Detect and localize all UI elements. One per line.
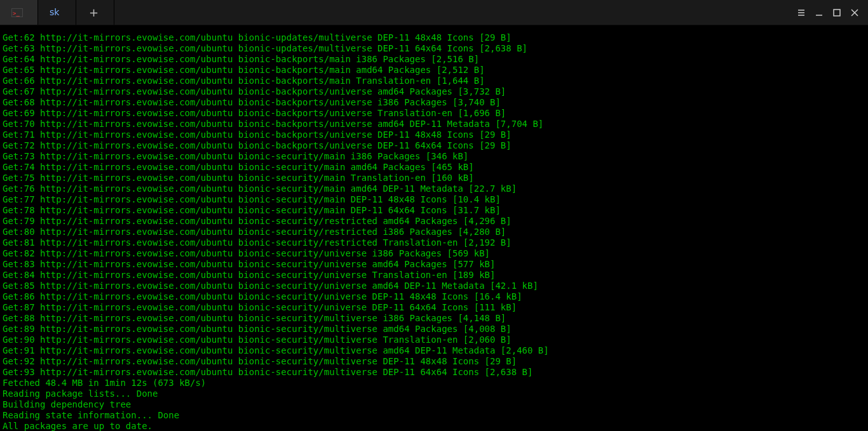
maximize-icon[interactable] (832, 8, 841, 17)
terminal-line: Get:69 http://it-mirrors.evowise.com/ubu… (3, 108, 865, 119)
terminal-line: Get:87 http://it-mirrors.evowise.com/ubu… (3, 302, 865, 313)
svg-rect-4 (834, 10, 840, 16)
terminal-summary-line: All packages are up to date. (3, 421, 865, 431)
terminal-line: Get:81 http://it-mirrors.evowise.com/ubu… (3, 237, 865, 248)
terminal-line: Get:68 http://it-mirrors.evowise.com/ubu… (3, 97, 865, 108)
terminal-line: Get:62 http://it-mirrors.evowise.com/ubu… (3, 32, 865, 43)
terminal-line: Get:91 http://it-mirrors.evowise.com/ubu… (3, 345, 865, 356)
titlebar: sk + (0, 0, 868, 25)
terminal-line: Get:71 http://it-mirrors.evowise.com/ubu… (3, 129, 865, 140)
terminal-line: Get:64 http://it-mirrors.evowise.com/ubu… (3, 54, 865, 65)
tab-new[interactable]: + (76, 0, 114, 25)
terminal-line: Get:82 http://it-mirrors.evowise.com/ubu… (3, 248, 865, 259)
terminal-line: Get:77 http://it-mirrors.evowise.com/ubu… (3, 194, 865, 205)
terminal-line: Get:88 http://it-mirrors.evowise.com/ubu… (3, 313, 865, 324)
terminal-line: Get:72 http://it-mirrors.evowise.com/ubu… (3, 140, 865, 151)
terminal-line: Get:93 http://it-mirrors.evowise.com/ubu… (3, 367, 865, 378)
terminal-summary-line: Reading package lists... Done (3, 388, 865, 399)
terminal-line: Get:86 http://it-mirrors.evowise.com/ubu… (3, 291, 865, 302)
terminal-line: Get:78 http://it-mirrors.evowise.com/ubu… (3, 205, 865, 216)
menu-icon[interactable] (797, 8, 806, 17)
terminal-line: Get:63 http://it-mirrors.evowise.com/ubu… (3, 43, 865, 54)
terminal-line: Get:74 http://it-mirrors.evowise.com/ubu… (3, 162, 865, 173)
terminal-line: Get:67 http://it-mirrors.evowise.com/ubu… (3, 86, 865, 97)
terminal-line: Get:83 http://it-mirrors.evowise.com/ubu… (3, 259, 865, 270)
tab-label: sk (50, 7, 59, 18)
terminal-line-cutoff (3, 25, 865, 32)
terminal-line: Get:92 http://it-mirrors.evowise.com/ubu… (3, 356, 865, 367)
terminal-line: Get:79 http://it-mirrors.evowise.com/ubu… (3, 216, 865, 227)
terminal-summary-line: Building dependency tree (3, 399, 865, 410)
minimize-icon[interactable] (815, 8, 824, 17)
tab-terminal-1[interactable] (0, 0, 38, 25)
terminal-summary-line: Reading state information... Done (3, 410, 865, 421)
terminal-line: Get:70 http://it-mirrors.evowise.com/ubu… (3, 119, 865, 129)
terminal-line: Get:73 http://it-mirrors.evowise.com/ubu… (3, 151, 865, 162)
terminal-summary-line: Fetched 48.4 MB in 1min 12s (673 kB/s) (3, 378, 865, 388)
window-controls (788, 0, 868, 25)
terminal-line: Get:84 http://it-mirrors.evowise.com/ubu… (3, 270, 865, 281)
plus-icon: + (89, 7, 98, 18)
terminal-icon (11, 8, 23, 17)
terminal-line: Get:89 http://it-mirrors.evowise.com/ubu… (3, 324, 865, 335)
close-icon[interactable] (850, 8, 859, 17)
terminal-line: Get:66 http://it-mirrors.evowise.com/ubu… (3, 76, 865, 86)
terminal-output[interactable]: Get:62 http://it-mirrors.evowise.com/ubu… (0, 25, 868, 431)
terminal-line: Get:76 http://it-mirrors.evowise.com/ubu… (3, 183, 865, 194)
terminal-line: Get:65 http://it-mirrors.evowise.com/ubu… (3, 65, 865, 76)
terminal-line: Get:80 http://it-mirrors.evowise.com/ubu… (3, 227, 865, 237)
terminal-line: Get:85 http://it-mirrors.evowise.com/ubu… (3, 281, 865, 291)
terminal-line: Get:90 http://it-mirrors.evowise.com/ubu… (3, 335, 865, 345)
terminal-line: Get:75 http://it-mirrors.evowise.com/ubu… (3, 173, 865, 183)
tab-sk[interactable]: sk (38, 0, 76, 25)
